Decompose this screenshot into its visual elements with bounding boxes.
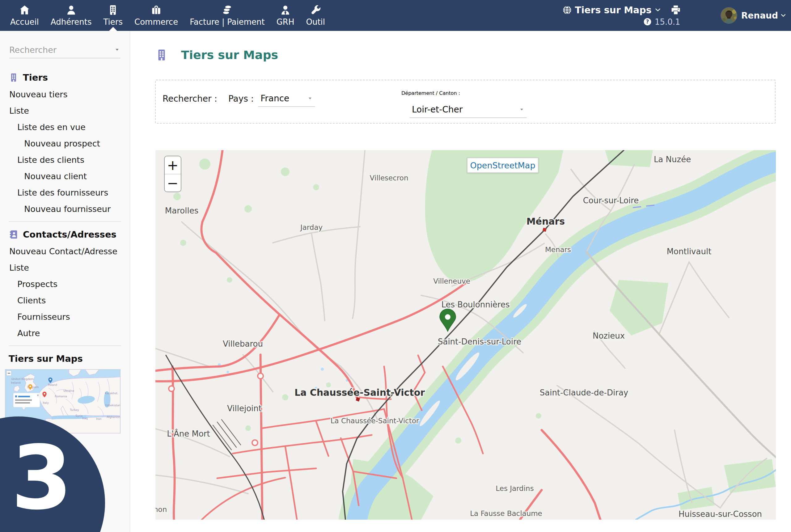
nav-item-icon	[65, 4, 77, 16]
svg-text:Poland: Poland	[48, 383, 57, 386]
sidebar-item-nouveau-tiers[interactable]: Nouveau tiers	[0, 86, 130, 102]
building-icon	[155, 47, 168, 63]
svg-text:Italy: Italy	[43, 401, 49, 404]
map-label-villebarou: Villebarou	[223, 339, 263, 348]
map-label-non: non	[155, 506, 167, 513]
openstreetmap-layer-button[interactable]: OpenStreetMap	[467, 157, 539, 173]
step-number: 3	[11, 434, 72, 522]
search-input[interactable]	[9, 45, 120, 55]
nav-item-label: GRH	[277, 17, 295, 26]
department-label: Département / Canton :	[401, 87, 527, 99]
map-label-la-chaussee-saint-victor: La Chaussée-Saint-Victor	[295, 387, 425, 398]
map-label-saint-denis-sur-loire: Saint-Denis-sur-Loire	[438, 337, 521, 346]
filter-panel: Rechercher : Pays : France Département /…	[155, 80, 775, 124]
zoom-in-button[interactable]: +	[165, 156, 181, 174]
section-title: Tiers	[23, 72, 48, 83]
section-icon	[8, 230, 19, 240]
map-label-huisseau-sur-cosson: Huisseau-sur-Cosson	[679, 510, 762, 519]
sidebar-item-prospects[interactable]: Prospects	[0, 276, 130, 292]
svg-text:Kazakhst.: Kazakhst.	[105, 392, 118, 395]
section-title: Tiers sur Maps	[8, 354, 83, 364]
main-menu: Accueil Adhérents Tiers Commerce Facture…	[4, 0, 331, 31]
sidebar-item-fournisseurs[interactable]: Fournisseurs	[0, 309, 130, 325]
section-title: Contacts/Adresses	[23, 229, 116, 240]
caret-down-icon	[307, 96, 313, 101]
sidebar-search	[9, 45, 120, 58]
nav-item-label: Facture | Paiement	[190, 17, 265, 26]
nav-item-facture-paiement[interactable]: Facture | Paiement	[184, 0, 271, 31]
sidebar-item-nouveau-prospect[interactable]: Nouveau prospect	[0, 135, 130, 152]
avatar-photo	[721, 7, 737, 24]
version-label: 15.0.1	[655, 17, 680, 26]
nav-item-icon	[310, 4, 321, 16]
map-label-jarday: Jarday	[300, 223, 323, 231]
sidebar-divider	[8, 221, 121, 222]
map-label-menars: Menars	[545, 246, 571, 254]
svg-text:Romania: Romania	[55, 395, 67, 398]
nav-item-label: Adhérents	[51, 17, 92, 26]
map-label-villeneuve: Villeneuve	[433, 277, 470, 285]
section-icon	[8, 73, 19, 82]
thumb-zoom-out-button	[6, 371, 12, 376]
sidebar-item-nouveau-contact-adresse[interactable]: Nouveau Contact/Adresse	[0, 243, 130, 260]
help-icon[interactable]	[643, 18, 652, 26]
sidebar-item-liste-des-en-vue[interactable]: Liste des en vue	[0, 119, 130, 135]
sidebar-item-clients[interactable]: Clients	[0, 292, 130, 309]
nav-item-icon	[280, 4, 291, 16]
nav-item-outil[interactable]: Outil	[300, 0, 331, 31]
globe-icon	[562, 5, 572, 15]
sidebar-section-tiers[interactable]: Tiers	[0, 69, 130, 86]
svg-text:Turkey: Turkey	[70, 408, 79, 412]
top-navbar: Accueil Adhérents Tiers Commerce Facture…	[0, 0, 791, 31]
chevron-down-icon	[655, 6, 661, 13]
sidebar-item-liste[interactable]: Liste	[0, 260, 130, 276]
sidebar-item-liste[interactable]: Liste	[0, 102, 130, 119]
map-svg: VillesecronMarollesJardayMénarsLa NuzéeC…	[155, 150, 776, 520]
sidebar-item-liste-des-fournisseurs[interactable]: Liste des fournisseurs	[0, 185, 130, 201]
nav-item-tiers[interactable]: Tiers	[97, 0, 129, 31]
nav-item-icon	[222, 4, 233, 16]
map-label-l-ane-mort: L'Âne Mort	[167, 429, 210, 438]
avatar[interactable]	[720, 7, 737, 24]
sidebar-item-nouveau-fournisseur[interactable]: Nouveau fournisseur	[0, 201, 130, 217]
map-label-les-jardins: Les Jardins	[496, 484, 534, 492]
map-label-les-boulonnieres: Les Boulonnières	[441, 300, 509, 309]
sidebar-section-tiers-sur-maps[interactable]: Tiers sur Maps	[0, 350, 130, 367]
department-value: Loir-et-Cher	[412, 104, 463, 115]
sidebar-section-contacts-adresses[interactable]: Contacts/Adresses	[0, 226, 130, 243]
nav-item-icon	[19, 4, 30, 16]
nav-item-icon	[150, 4, 162, 16]
sidebar-item-autre[interactable]: Autre	[0, 325, 130, 341]
map-label-villesecron: Villesecron	[370, 174, 409, 182]
svg-text:Iraq: Iraq	[82, 417, 88, 420]
context-menu[interactable]: Tiers sur Maps	[575, 5, 652, 16]
svg-text:Ireland: Ireland	[11, 381, 20, 384]
map-label-montlivault: Montlivault	[667, 247, 712, 256]
sidebar-divider	[8, 345, 121, 346]
nav-item-adherents[interactable]: Adhérents	[45, 0, 98, 31]
map-canvas[interactable]: VillesecronMarollesJardayMénarsLa NuzéeC…	[155, 150, 776, 520]
user-chevron-down-icon[interactable]	[780, 12, 786, 19]
user-menu[interactable]: Renaud	[741, 11, 778, 21]
nav-item-accueil[interactable]: Accueil	[4, 0, 45, 31]
map-label-nozieux: Nozieux	[592, 331, 625, 340]
context-block: Tiers sur Maps 15.0.1	[562, 5, 681, 26]
main-content: Tiers sur Maps Rechercher : Pays : Franc…	[130, 31, 791, 532]
nav-item-grh[interactable]: GRH	[271, 0, 300, 31]
nav-item-commerce[interactable]: Commerce	[129, 0, 184, 31]
map-label-saint-claude-de-diray: Saint-Claude-de-Diray	[540, 388, 628, 397]
sidebar-item-nouveau-client[interactable]: Nouveau client	[0, 168, 130, 185]
nav-item-label: Outil	[306, 17, 325, 26]
country-select[interactable]: France	[258, 93, 315, 107]
map-zoom-control: + −	[164, 156, 181, 192]
department-select[interactable]: Loir-et-Cher	[409, 104, 527, 118]
sidebar-item-liste-des-clients[interactable]: Liste des clients	[0, 152, 130, 168]
zoom-out-button[interactable]: −	[165, 174, 181, 192]
nav-item-label: Commerce	[134, 17, 178, 26]
print-icon[interactable]	[671, 5, 681, 15]
svg-text:Syria: Syria	[76, 414, 83, 417]
svg-text:Iran: Iran	[96, 417, 102, 420]
page-header: Tiers sur Maps	[155, 47, 278, 63]
svg-text:United Kingdom: United Kingdom	[12, 378, 34, 381]
caret-down-icon	[519, 107, 524, 112]
